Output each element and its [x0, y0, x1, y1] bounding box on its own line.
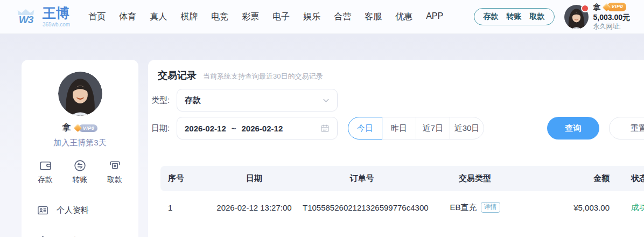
- profile-avatar[interactable]: [58, 72, 102, 116]
- date-range-input[interactable]: 2026-02-12 ~ 2026-02-12: [177, 117, 338, 140]
- range-today-button[interactable]: 今日: [348, 117, 382, 140]
- profile-name-row: 拿 VIP0: [22, 122, 138, 134]
- detail-tag-button[interactable]: 详情: [481, 202, 500, 212]
- type-select[interactable]: 存款: [177, 89, 338, 111]
- wallet-pill: 存款 转账 取款: [474, 8, 555, 25]
- logo-text: 王博 365wb.com: [43, 6, 70, 27]
- main-nav: 首页 体育 真人 棋牌 电竞 彩票 电子 娱乐 合营 客服 优惠 APP: [88, 11, 443, 23]
- cell-order-no: T1055852602121326599776c4300: [303, 203, 421, 212]
- user-name: 拿: [593, 2, 601, 12]
- withdraw-link[interactable]: 取款: [530, 12, 545, 22]
- vip-badge: VIP0: [75, 124, 98, 132]
- range-7days-button[interactable]: 近7日: [416, 117, 450, 140]
- logo-mark-text: W3: [19, 15, 33, 25]
- joined-days-text: 加入王博第3天: [22, 138, 138, 148]
- balance-amount: 5,003.00元: [593, 12, 631, 22]
- page-title: 交易记录: [158, 69, 197, 82]
- nav-item-affiliate[interactable]: 合营: [334, 11, 351, 23]
- permanent-url-label[interactable]: 永久网址:: [593, 23, 631, 31]
- transaction-type: EB直充: [450, 203, 477, 213]
- col-index: 序号: [168, 173, 206, 184]
- panel-header: 交易记录 当前系统支持查询最近30日的交易记录: [158, 69, 323, 82]
- type-filter-row: 类型: 存款: [151, 89, 338, 111]
- cell-index: 1: [168, 203, 206, 212]
- type-label: 类型:: [151, 95, 177, 106]
- nav-item-chess-cards[interactable]: 棋牌: [180, 11, 198, 23]
- cell-status: 成功: [610, 203, 644, 213]
- date-label: 日期:: [151, 123, 177, 134]
- date-start-value: 2026-02-12: [185, 124, 226, 133]
- transfer-arrows-icon: [73, 159, 87, 172]
- quick-actions: 存款 转账 取款: [22, 159, 138, 185]
- table-header-row: 序号 日期 订单号 交易类型 金额 状态: [160, 166, 644, 191]
- col-status: 状态: [610, 173, 644, 184]
- nav-item-sports[interactable]: 体育: [119, 11, 136, 23]
- sidebar-item-label: 个人资料: [57, 205, 89, 215]
- quick-action-label: 转账: [73, 175, 88, 185]
- transfer-link[interactable]: 转账: [507, 12, 522, 22]
- cell-amount: ¥5,003.00: [529, 203, 610, 212]
- quick-action-transfer[interactable]: 转账: [73, 159, 88, 185]
- brand-name: 王博: [43, 6, 70, 20]
- col-date: 日期: [206, 173, 303, 184]
- nav-item-promotions[interactable]: 优惠: [395, 11, 412, 23]
- quick-action-label: 存款: [38, 175, 53, 185]
- user-avatar[interactable]: [564, 5, 589, 29]
- avatar-portrait: [58, 72, 102, 116]
- brand-logo[interactable]: W3 王博 365wb.com: [14, 6, 70, 27]
- nav-item-app[interactable]: APP: [426, 11, 443, 23]
- sidebar-item-vip[interactable]: VIP特权: [37, 233, 138, 237]
- col-type: 交易类型: [421, 173, 529, 184]
- deposit-link[interactable]: 存款: [484, 12, 499, 22]
- crown-w3-logo-icon: W3: [14, 9, 38, 25]
- date-end-value: 2026-02-12: [242, 124, 283, 133]
- date-range-separator: ~: [232, 124, 236, 133]
- user-info: 拿 VIP0 5,003.00元 永久网址:: [593, 2, 631, 31]
- chevron-down-icon: [323, 97, 330, 104]
- profile-sidebar: 拿 VIP0 加入王博第3天 存款 转账: [22, 60, 138, 237]
- profile-name: 拿: [62, 122, 71, 134]
- reset-button[interactable]: 重置: [609, 117, 644, 140]
- table-row: 1 2026-02-12 13:27:00 T10558526021213265…: [160, 196, 644, 219]
- calendar-icon: [320, 124, 330, 133]
- quick-range-group: 今日 昨日 近7日 近30日: [348, 117, 484, 140]
- nav-item-entertainment[interactable]: 娱乐: [303, 11, 320, 23]
- quick-action-label: 取款: [107, 175, 122, 185]
- page-subtitle: 当前系统支持查询最近30日的交易记录: [203, 72, 323, 81]
- brand-domain: 365wb.com: [43, 22, 70, 27]
- nav-item-home[interactable]: 首页: [88, 11, 106, 23]
- id-card-icon: [37, 204, 49, 217]
- sidebar-menu: 个人资料 VIP特权: [22, 202, 138, 237]
- nav-item-live-casino[interactable]: 真人: [150, 11, 167, 23]
- top-header: W3 王博 365wb.com 首页 体育 真人 棋牌 电竞 彩票 电子 娱乐 …: [0, 0, 644, 34]
- notification-dot-icon: [581, 4, 589, 12]
- nav-item-lottery[interactable]: 彩票: [242, 11, 259, 23]
- cash-out-icon: [108, 159, 122, 172]
- type-select-value: 存款: [185, 95, 201, 106]
- quick-action-withdraw[interactable]: 取款: [107, 159, 122, 185]
- wallet-icon: [39, 159, 52, 172]
- col-amount: 金额: [529, 173, 610, 184]
- crown-icon: [37, 235, 49, 237]
- date-filter-row: 日期: 2026-02-12 ~ 2026-02-12: [151, 117, 338, 140]
- search-button[interactable]: 查询: [547, 117, 599, 140]
- cell-type: EB直充 详情: [421, 202, 529, 212]
- range-30days-button[interactable]: 近30日: [450, 117, 484, 140]
- sidebar-item-profile[interactable]: 个人资料: [37, 202, 138, 218]
- col-order-no: 订单号: [303, 173, 421, 184]
- nav-item-slots[interactable]: 电子: [272, 11, 290, 23]
- transactions-panel: 交易记录 当前系统支持查询最近30日的交易记录 类型: 存款 日期: 2026-…: [148, 60, 644, 237]
- page: W3 王博 365wb.com 首页 体育 真人 棋牌 电竞 彩票 电子 娱乐 …: [0, 0, 644, 237]
- quick-action-deposit[interactable]: 存款: [38, 159, 53, 185]
- nav-item-esports[interactable]: 电竞: [211, 11, 228, 23]
- range-yesterday-button[interactable]: 昨日: [382, 117, 416, 140]
- user-block: 拿 VIP0 5,003.00元 永久网址:: [564, 2, 631, 31]
- cell-date: 2026-02-12 13:27:00: [206, 203, 303, 212]
- vip-badge: VIP0: [604, 3, 627, 11]
- nav-item-support[interactable]: 客服: [365, 11, 382, 23]
